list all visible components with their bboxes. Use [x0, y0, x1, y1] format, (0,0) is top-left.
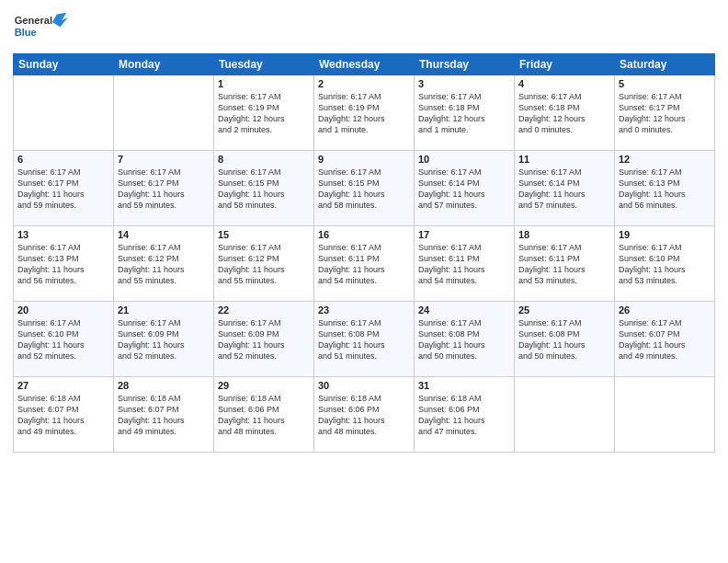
calendar-cell: 24Sunrise: 6:17 AM Sunset: 6:08 PM Dayli… [415, 302, 515, 377]
day-info: Sunrise: 6:17 AM Sunset: 6:14 PM Dayligh… [418, 167, 510, 212]
calendar-cell: 19Sunrise: 6:17 AM Sunset: 6:10 PM Dayli… [615, 226, 715, 302]
day-number: 25 [518, 304, 610, 316]
calendar-cell: 13Sunrise: 6:17 AM Sunset: 6:13 PM Dayli… [14, 226, 114, 302]
calendar-cell: 17Sunrise: 6:17 AM Sunset: 6:11 PM Dayli… [415, 226, 515, 302]
calendar-cell: 16Sunrise: 6:17 AM Sunset: 6:11 PM Dayli… [314, 226, 415, 302]
svg-text:Blue: Blue [15, 27, 37, 38]
calendar-cell: 21Sunrise: 6:17 AM Sunset: 6:09 PM Dayli… [114, 302, 214, 377]
day-number: 31 [418, 380, 510, 391]
day-info: Sunrise: 6:17 AM Sunset: 6:17 PM Dayligh… [17, 167, 109, 212]
calendar-body: 1Sunrise: 6:17 AM Sunset: 6:19 PM Daylig… [14, 75, 715, 453]
page-header: General Blue [13, 9, 715, 46]
day-number: 26 [619, 304, 711, 316]
weekday-header-saturday: Saturday [615, 54, 715, 75]
calendar-cell: 29Sunrise: 6:18 AM Sunset: 6:06 PM Dayli… [214, 377, 314, 453]
day-number: 12 [619, 154, 711, 165]
day-info: Sunrise: 6:17 AM Sunset: 6:10 PM Dayligh… [619, 242, 711, 287]
day-info: Sunrise: 6:17 AM Sunset: 6:19 PM Dayligh… [218, 91, 310, 136]
calendar-cell: 2Sunrise: 6:17 AM Sunset: 6:19 PM Daylig… [314, 75, 415, 151]
day-info: Sunrise: 6:18 AM Sunset: 6:06 PM Dayligh… [218, 393, 310, 438]
day-number: 9 [318, 154, 410, 165]
day-number: 28 [118, 380, 210, 391]
day-info: Sunrise: 6:17 AM Sunset: 6:13 PM Dayligh… [619, 167, 711, 212]
day-info: Sunrise: 6:17 AM Sunset: 6:09 PM Dayligh… [218, 317, 310, 362]
weekday-header-row: SundayMondayTuesdayWednesdayThursdayFrid… [14, 54, 715, 75]
day-number: 1 [218, 78, 310, 89]
day-info: Sunrise: 6:18 AM Sunset: 6:06 PM Dayligh… [418, 393, 510, 438]
weekday-header-friday: Friday [515, 54, 615, 75]
calendar-cell: 4Sunrise: 6:17 AM Sunset: 6:18 PM Daylig… [515, 75, 615, 151]
day-number: 11 [518, 154, 610, 165]
calendar-cell: 6Sunrise: 6:17 AM Sunset: 6:17 PM Daylig… [14, 151, 114, 226]
day-info: Sunrise: 6:17 AM Sunset: 6:15 PM Dayligh… [318, 167, 410, 212]
day-info: Sunrise: 6:17 AM Sunset: 6:14 PM Dayligh… [518, 167, 610, 212]
calendar-cell: 5Sunrise: 6:17 AM Sunset: 6:17 PM Daylig… [615, 75, 715, 151]
weekday-header-monday: Monday [114, 54, 214, 75]
calendar-cell: 30Sunrise: 6:18 AM Sunset: 6:06 PM Dayli… [314, 377, 415, 453]
day-number: 14 [118, 229, 210, 240]
day-info: Sunrise: 6:17 AM Sunset: 6:08 PM Dayligh… [518, 317, 610, 362]
day-number: 15 [218, 229, 310, 240]
calendar-cell: 10Sunrise: 6:17 AM Sunset: 6:14 PM Dayli… [415, 151, 515, 226]
svg-text:General: General [15, 15, 52, 26]
logo: General Blue [13, 9, 68, 46]
calendar-week-1: 1Sunrise: 6:17 AM Sunset: 6:19 PM Daylig… [14, 75, 715, 151]
day-info: Sunrise: 6:17 AM Sunset: 6:07 PM Dayligh… [619, 317, 711, 362]
logo-icon: General Blue [13, 9, 68, 46]
svg-marker-2 [52, 13, 68, 27]
day-info: Sunrise: 6:17 AM Sunset: 6:08 PM Dayligh… [318, 317, 410, 362]
calendar-cell: 7Sunrise: 6:17 AM Sunset: 6:17 PM Daylig… [114, 151, 214, 226]
day-info: Sunrise: 6:17 AM Sunset: 6:11 PM Dayligh… [518, 242, 610, 287]
weekday-header-wednesday: Wednesday [314, 54, 415, 75]
day-info: Sunrise: 6:17 AM Sunset: 6:13 PM Dayligh… [17, 242, 109, 287]
day-info: Sunrise: 6:17 AM Sunset: 6:11 PM Dayligh… [418, 242, 510, 287]
calendar-cell: 3Sunrise: 6:17 AM Sunset: 6:18 PM Daylig… [415, 75, 515, 151]
day-info: Sunrise: 6:18 AM Sunset: 6:07 PM Dayligh… [17, 393, 109, 438]
calendar-cell: 22Sunrise: 6:17 AM Sunset: 6:09 PM Dayli… [214, 302, 314, 377]
day-info: Sunrise: 6:17 AM Sunset: 6:18 PM Dayligh… [418, 91, 510, 136]
day-info: Sunrise: 6:17 AM Sunset: 6:11 PM Dayligh… [318, 242, 410, 287]
day-number: 16 [318, 229, 410, 240]
day-number: 6 [17, 154, 109, 165]
day-info: Sunrise: 6:17 AM Sunset: 6:10 PM Dayligh… [17, 317, 109, 362]
calendar-cell: 28Sunrise: 6:18 AM Sunset: 6:07 PM Dayli… [114, 377, 214, 453]
day-info: Sunrise: 6:17 AM Sunset: 6:18 PM Dayligh… [518, 91, 610, 136]
calendar-cell: 25Sunrise: 6:17 AM Sunset: 6:08 PM Dayli… [515, 302, 615, 377]
calendar-cell [114, 75, 214, 151]
calendar-cell: 8Sunrise: 6:17 AM Sunset: 6:15 PM Daylig… [214, 151, 314, 226]
day-number: 29 [218, 380, 310, 391]
day-info: Sunrise: 6:17 AM Sunset: 6:17 PM Dayligh… [619, 91, 711, 136]
calendar-cell: 14Sunrise: 6:17 AM Sunset: 6:12 PM Dayli… [114, 226, 214, 302]
calendar-cell: 1Sunrise: 6:17 AM Sunset: 6:19 PM Daylig… [214, 75, 314, 151]
day-number: 13 [17, 229, 109, 240]
calendar-week-2: 6Sunrise: 6:17 AM Sunset: 6:17 PM Daylig… [14, 151, 715, 226]
calendar-cell: 27Sunrise: 6:18 AM Sunset: 6:07 PM Dayli… [14, 377, 114, 453]
calendar-cell: 9Sunrise: 6:17 AM Sunset: 6:15 PM Daylig… [314, 151, 415, 226]
weekday-header-thursday: Thursday [415, 54, 515, 75]
day-number: 10 [418, 154, 510, 165]
day-number: 27 [17, 380, 109, 391]
day-number: 21 [118, 304, 210, 316]
day-info: Sunrise: 6:17 AM Sunset: 6:12 PM Dayligh… [218, 242, 310, 287]
calendar-cell: 11Sunrise: 6:17 AM Sunset: 6:14 PM Dayli… [515, 151, 615, 226]
day-number: 4 [518, 78, 610, 89]
day-info: Sunrise: 6:17 AM Sunset: 6:09 PM Dayligh… [118, 317, 210, 362]
day-number: 19 [619, 229, 711, 240]
calendar-cell: 18Sunrise: 6:17 AM Sunset: 6:11 PM Dayli… [515, 226, 615, 302]
calendar-cell [515, 377, 615, 453]
day-number: 23 [318, 304, 410, 316]
calendar-cell: 15Sunrise: 6:17 AM Sunset: 6:12 PM Dayli… [214, 226, 314, 302]
weekday-header-sunday: Sunday [14, 54, 114, 75]
calendar-cell [14, 75, 114, 151]
day-number: 2 [318, 78, 410, 89]
day-number: 8 [218, 154, 310, 165]
day-info: Sunrise: 6:17 AM Sunset: 6:17 PM Dayligh… [118, 167, 210, 212]
day-number: 30 [318, 380, 410, 391]
day-info: Sunrise: 6:18 AM Sunset: 6:06 PM Dayligh… [318, 393, 410, 438]
calendar-cell: 23Sunrise: 6:17 AM Sunset: 6:08 PM Dayli… [314, 302, 415, 377]
day-info: Sunrise: 6:17 AM Sunset: 6:19 PM Dayligh… [318, 91, 410, 136]
day-number: 7 [118, 154, 210, 165]
calendar-week-3: 13Sunrise: 6:17 AM Sunset: 6:13 PM Dayli… [14, 226, 715, 302]
day-number: 17 [418, 229, 510, 240]
weekday-header-tuesday: Tuesday [214, 54, 314, 75]
